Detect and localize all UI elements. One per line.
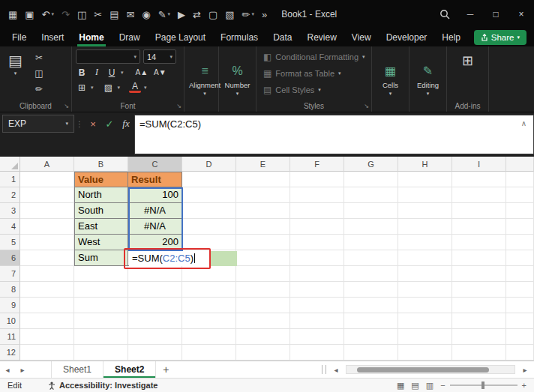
sheet-nav-left-button[interactable]: ◂ — [0, 361, 15, 378]
ink-pen-button[interactable]: ✏▾ — [238, 4, 258, 24]
page-layout-view-button[interactable]: ▤ — [411, 381, 418, 391]
row-header-12[interactable]: 12 — [0, 345, 20, 361]
column-header-F[interactable]: F — [290, 157, 344, 172]
cancel-button[interactable]: × — [85, 115, 101, 133]
cell-B3[interactable]: South — [74, 203, 128, 219]
cell-I8[interactable] — [452, 282, 506, 298]
add-sheet-button[interactable]: + — [156, 361, 176, 378]
cut-button[interactable]: ✂ — [32, 51, 46, 64]
mail-button[interactable]: ✉ — [122, 4, 138, 24]
clipboard-dialog-launcher[interactable]: ↘ — [64, 103, 69, 109]
enter-button[interactable]: ✓ — [101, 115, 118, 133]
editing-button[interactable]: ✎ Editing ▾ — [412, 60, 443, 100]
cell-C7[interactable] — [128, 266, 182, 282]
cell-G8[interactable] — [344, 282, 398, 298]
row-header-11[interactable]: 11 — [0, 329, 20, 345]
cell-C8[interactable] — [128, 282, 182, 298]
format-painter-button[interactable]: ✏ — [32, 82, 46, 96]
accessibility-checker-button[interactable]: Accessibility: Investigate — [48, 381, 158, 390]
font-dialog-launcher[interactable]: ↘ — [176, 103, 182, 109]
more-commands-button[interactable]: » — [258, 4, 271, 24]
ribbon-tab-developer[interactable]: Developer — [379, 28, 435, 46]
swap-arrows-button[interactable]: ⇄ — [189, 4, 205, 24]
column-header-G[interactable]: G — [344, 157, 398, 172]
chevron-down-icon[interactable]: ▾ — [118, 85, 121, 91]
column-header-C[interactable]: C — [128, 157, 182, 172]
cell-B6[interactable]: Sum — [74, 250, 128, 266]
row-header-3[interactable]: 3 — [0, 203, 20, 219]
ribbon-tab-formulas[interactable]: Formulas — [213, 28, 266, 46]
cell-C12[interactable] — [128, 345, 182, 361]
hscroll-track[interactable] — [346, 365, 515, 374]
row-header-8[interactable]: 8 — [0, 282, 20, 298]
row-header-4[interactable]: 4 — [0, 219, 20, 235]
share-button[interactable]: Share ▾ — [474, 30, 526, 45]
paint-button[interactable]: ◉ — [138, 4, 154, 24]
cell-G1[interactable] — [344, 172, 398, 187]
ribbon-tab-insert[interactable]: Insert — [34, 28, 71, 46]
copy-button[interactable]: ◫ — [32, 67, 46, 80]
sheet-nav-right-button[interactable]: ▸ — [15, 361, 30, 378]
hscroll-left-button[interactable]: ◂ — [328, 366, 344, 374]
select-all-button[interactable] — [0, 157, 20, 172]
pointer-button[interactable]: ▶ — [174, 4, 189, 24]
cell-F3[interactable] — [290, 203, 344, 219]
cell-D5[interactable] — [182, 235, 236, 250]
addins-button[interactable]: ⊞ — [458, 49, 478, 100]
cell-editor[interactable]: =SUM(C2:C5) — [129, 251, 209, 266]
cell-F7[interactable] — [290, 266, 344, 282]
cell-H2[interactable] — [398, 187, 452, 203]
cell-H9[interactable] — [398, 298, 452, 313]
cell-I2[interactable] — [452, 187, 506, 203]
cut-button[interactable]: ✂ — [90, 4, 106, 24]
column-header-A[interactable]: A — [20, 157, 74, 172]
cell-F6[interactable] — [290, 250, 344, 266]
cell-D7[interactable] — [182, 266, 236, 282]
close-button[interactable]: × — [508, 0, 534, 28]
conditional-formatting-button[interactable]: ◧ Conditional Formatting ▾ — [260, 49, 368, 64]
cell-C2[interactable]: 100 — [128, 187, 182, 203]
undo-button[interactable]: ↶▾ — [38, 4, 58, 24]
chevron-down-icon[interactable]: ▾ — [121, 70, 124, 76]
cell-A8[interactable] — [20, 282, 74, 298]
cell-I6[interactable] — [452, 250, 506, 266]
cell-I4[interactable] — [452, 219, 506, 235]
cell-A11[interactable] — [20, 329, 74, 345]
cell-G9[interactable] — [344, 298, 398, 313]
column-header-D[interactable]: D — [182, 157, 236, 172]
sheet-tab-sheet1[interactable]: Sheet1 — [51, 361, 104, 378]
normal-view-button[interactable]: ▦ — [397, 381, 404, 391]
cell-E4[interactable] — [236, 219, 290, 235]
underline-button[interactable]: U — [106, 66, 118, 79]
minimize-button[interactable]: ─ — [458, 0, 483, 28]
font-color-button[interactable]: A — [129, 82, 141, 93]
cell-F11[interactable] — [290, 329, 344, 345]
maximize-button[interactable]: □ — [483, 0, 508, 28]
cell-B12[interactable] — [74, 345, 128, 361]
cell-F10[interactable] — [290, 313, 344, 329]
cell-H1[interactable] — [398, 172, 452, 187]
shrink-font-button[interactable]: A▼ — [152, 66, 168, 79]
ribbon-tab-help[interactable]: Help — [434, 28, 468, 46]
cell-C3[interactable]: #N/A — [128, 203, 182, 219]
grow-font-button[interactable]: A▲ — [134, 66, 150, 79]
search-button[interactable] — [432, 0, 458, 28]
pen-button[interactable]: ✎▾ — [154, 4, 174, 24]
cell-C5[interactable]: 200 — [128, 235, 182, 250]
cell-C1[interactable]: Result — [128, 172, 182, 187]
cell-I11[interactable] — [452, 329, 506, 345]
zoom-slider[interactable] — [450, 385, 518, 386]
cell-D2[interactable] — [182, 187, 236, 203]
cell-C10[interactable] — [128, 313, 182, 329]
paste-button[interactable]: ▤ ▾ — [4, 49, 27, 100]
row-header-7[interactable]: 7 — [0, 266, 20, 282]
ribbon-tab-home[interactable]: Home — [71, 28, 111, 46]
cell-F9[interactable] — [290, 298, 344, 313]
styles-dialog-launcher[interactable]: ↘ — [364, 103, 369, 109]
cell-C11[interactable] — [128, 329, 182, 345]
cell-A12[interactable] — [20, 345, 74, 361]
sheet-tab-splitter[interactable] — [322, 365, 326, 374]
cell-I1[interactable] — [452, 172, 506, 187]
cell-F1[interactable] — [290, 172, 344, 187]
zoom-slider-knob[interactable] — [482, 382, 484, 389]
